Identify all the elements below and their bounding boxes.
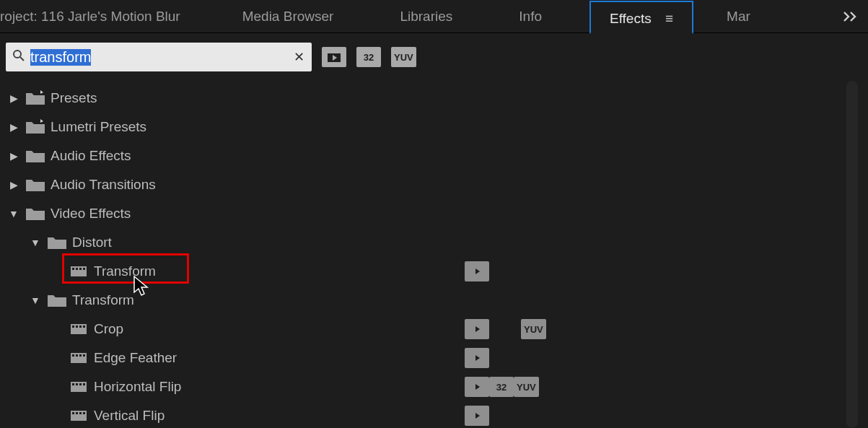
tab-effects[interactable]: Effects ≡	[589, 1, 693, 34]
effects-toolbar: ✕ 32 YUV	[0, 33, 868, 81]
tree-label: Vertical Flip	[94, 408, 165, 424]
tree-label: Audio Effects	[51, 148, 131, 164]
tab-overflow-button[interactable]	[838, 4, 864, 29]
tree-label: Transform	[94, 263, 156, 279]
disclosure-closed-icon[interactable]: ▶	[7, 92, 20, 104]
svg-rect-21	[72, 354, 74, 357]
tab-libraries[interactable]: Libraries	[381, 0, 471, 33]
tree-effect-crop[interactable]: Crop YUV	[0, 315, 868, 344]
tab-project[interactable]: roject: 116 Jarle's Motion Blur	[0, 0, 195, 33]
svg-rect-16	[79, 326, 82, 328]
folder-icon	[25, 206, 46, 222]
svg-line-1	[20, 57, 24, 61]
yuv-badge-icon: YUV	[514, 377, 539, 397]
effect-badges: YUV	[465, 319, 578, 339]
svg-rect-37	[79, 412, 82, 414]
tree-folder-distort[interactable]: ▼ Distort	[0, 228, 868, 257]
effect-badges	[465, 348, 489, 368]
yuv-badge-icon: YUV	[521, 319, 546, 339]
svg-rect-31	[83, 383, 85, 385]
clear-search-icon[interactable]: ✕	[290, 49, 307, 65]
effect-icon	[68, 322, 89, 336]
tree-effect-horizontal-flip[interactable]: Horizontal Flip 32 YUV	[0, 372, 868, 401]
tab-effects-label: Effects	[610, 11, 652, 26]
search-icon	[10, 49, 27, 66]
effect-icon	[68, 351, 89, 365]
folder-icon	[46, 235, 68, 250]
preset-folder-icon	[25, 119, 46, 135]
svg-rect-10	[83, 268, 85, 270]
tree-effect-vertical-flip[interactable]: Vertical Flip	[0, 401, 868, 428]
svg-rect-15	[76, 326, 78, 328]
disclosure-open-icon[interactable]: ▼	[7, 208, 20, 219]
preset-folder-icon	[25, 90, 46, 106]
effect-badges	[465, 406, 489, 426]
tree-folder-audio-effects[interactable]: ▶ Audio Effects	[0, 141, 868, 170]
tree-label: Lumetri Presets	[51, 119, 146, 135]
svg-rect-9	[79, 268, 82, 270]
tree-label: Distort	[72, 235, 112, 250]
effects-tree: ▶ Presets ▶ Lumetri Presets ▶ Audio Effe…	[0, 81, 868, 428]
folder-icon	[25, 148, 46, 164]
chevron-double-right-icon	[843, 12, 858, 22]
disclosure-open-icon[interactable]: ▼	[29, 237, 42, 248]
disclosure-open-icon[interactable]: ▼	[29, 294, 42, 306]
svg-point-0	[14, 51, 21, 58]
svg-rect-36	[76, 412, 78, 414]
panel-tabbar: roject: 116 Jarle's Motion Blur Media Br…	[0, 0, 868, 33]
svg-rect-23	[79, 354, 82, 357]
tree-folder-lumetri-presets[interactable]: ▶ Lumetri Presets	[0, 113, 868, 141]
tree-label: Edge Feather	[94, 350, 177, 366]
tree-label: Audio Transitions	[51, 177, 156, 193]
disclosure-closed-icon[interactable]: ▶	[7, 150, 20, 162]
svg-rect-17	[83, 326, 85, 328]
tab-mar[interactable]: Mar	[708, 0, 769, 33]
effect-badges: 32 YUV	[465, 377, 602, 397]
tree-effect-edge-feather[interactable]: Edge Feather	[0, 344, 868, 372]
tree-folder-audio-transitions[interactable]: ▶ Audio Transitions	[0, 170, 868, 199]
svg-marker-5	[40, 119, 43, 123]
svg-rect-24	[83, 354, 85, 357]
svg-rect-8	[76, 268, 78, 270]
svg-rect-22	[76, 354, 78, 357]
tree-label: Video Effects	[51, 206, 131, 222]
effect-icon	[68, 264, 89, 279]
effect-icon	[68, 380, 89, 394]
accelerated-effects-toggle[interactable]	[322, 47, 346, 67]
disclosure-closed-icon[interactable]: ▶	[7, 121, 20, 133]
tree-folder-presets[interactable]: ▶ Presets	[0, 84, 868, 113]
accelerated-badge-icon	[465, 406, 489, 426]
disclosure-closed-icon[interactable]: ▶	[7, 179, 20, 191]
tab-media-browser[interactable]: Media Browser	[224, 0, 353, 33]
effects-search[interactable]: ✕	[6, 43, 312, 71]
effect-icon	[68, 409, 89, 423]
effect-badges	[465, 261, 489, 281]
accelerated-badge-icon	[465, 261, 489, 281]
tree-folder-video-effects[interactable]: ▼ Video Effects	[0, 199, 868, 228]
svg-rect-29	[76, 383, 78, 385]
tree-scrollbar[interactable]	[846, 81, 858, 428]
search-input[interactable]	[27, 49, 290, 66]
tab-info[interactable]: Info	[500, 0, 561, 33]
accelerated-badge-icon	[465, 377, 489, 397]
folder-icon	[46, 292, 68, 308]
bit32-badge-icon: 32	[489, 377, 514, 397]
folder-icon	[25, 177, 46, 193]
svg-rect-7	[72, 268, 74, 270]
svg-marker-4	[40, 90, 43, 94]
tree-label: Crop	[94, 321, 123, 337]
svg-rect-35	[72, 412, 74, 414]
tree-label: Presets	[51, 90, 97, 106]
accelerated-badge-icon	[465, 319, 489, 339]
tree-label: Transform	[72, 292, 134, 308]
svg-rect-28	[72, 383, 74, 385]
svg-rect-30	[79, 383, 82, 385]
yuv-effects-toggle[interactable]: YUV	[391, 47, 416, 67]
svg-rect-38	[83, 412, 85, 414]
tree-folder-transform[interactable]: ▼ Transform	[0, 286, 868, 315]
svg-rect-14	[72, 326, 74, 328]
tree-effect-transform[interactable]: Transform	[0, 257, 868, 286]
panel-menu-icon[interactable]: ≡	[665, 11, 673, 26]
32bit-effects-toggle[interactable]: 32	[356, 47, 381, 67]
accelerated-badge-icon	[465, 348, 489, 368]
